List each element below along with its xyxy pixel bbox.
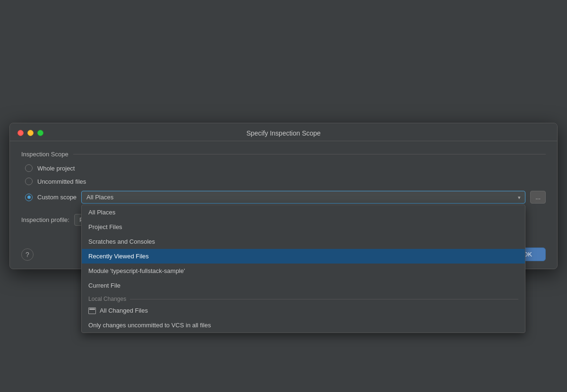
help-button[interactable]: ? <box>21 248 34 261</box>
radio-circle-whole-project <box>25 164 33 172</box>
dropdown-item-module-typescript[interactable]: Module 'typescript-fullstack-sample' <box>82 264 525 278</box>
dropdown-arrow-icon: ▾ <box>518 194 521 200</box>
maximize-button[interactable] <box>37 130 43 136</box>
scope-dropdown-selected: All Places <box>86 194 113 201</box>
scope-dropdown[interactable]: All Places ▾ <box>81 191 525 204</box>
radio-circle-uncommitted-files <box>25 178 33 185</box>
radio-uncommitted-files[interactable]: Uncommitted files <box>25 178 546 185</box>
dropdown-item-only-vcs-changes[interactable]: Only changes uncommitted to VCS in all f… <box>82 318 525 332</box>
scope-dropdown-menu: All Places Project Files Scratches and C… <box>81 205 525 333</box>
changed-files-icon <box>88 307 96 314</box>
radio-label-uncommitted-files: Uncommitted files <box>37 178 86 185</box>
section-label: Inspection Scope <box>21 151 546 158</box>
title-bar: Specify Inspection Scope <box>10 123 557 141</box>
radio-label-whole-project: Whole project <box>37 165 75 172</box>
traffic-lights <box>17 130 43 136</box>
close-button[interactable] <box>17 130 24 136</box>
dropdown-item-project-files[interactable]: Project Files <box>82 220 525 234</box>
dropdown-item-current-file[interactable]: Current File <box>82 278 525 293</box>
inspection-profile-label: Inspection profile: <box>21 216 69 223</box>
dropdown-item-recently-viewed[interactable]: Recently Viewed Files <box>82 249 525 264</box>
more-options-button[interactable]: ... <box>530 191 546 204</box>
scope-dropdown-wrapper: All Places ▾ All Places Project Files Sc… <box>81 191 525 204</box>
dropdown-item-scratches-consoles[interactable]: Scratches and Consoles <box>82 234 525 249</box>
dialog-body: Inspection Scope Whole project Uncommitt… <box>10 141 557 235</box>
local-changes-separator: Local Changes <box>82 293 525 303</box>
minimize-button[interactable] <box>27 130 34 136</box>
radio-circle-custom-scope <box>25 194 33 201</box>
radio-custom-scope[interactable]: Custom scope All Places ▾ All Places Pro… <box>25 191 546 204</box>
dialog-title: Specify Inspection Scope <box>246 129 320 137</box>
dialog-window: Specify Inspection Scope Inspection Scop… <box>9 123 558 269</box>
dropdown-item-all-places[interactable]: All Places <box>82 205 525 220</box>
radio-label-custom-scope: Custom scope <box>37 194 77 201</box>
dropdown-item-all-changed-files[interactable]: All Changed Files <box>82 303 525 318</box>
radio-whole-project[interactable]: Whole project <box>25 164 546 172</box>
radio-group: Whole project Uncommitted files Custom s… <box>21 164 546 204</box>
